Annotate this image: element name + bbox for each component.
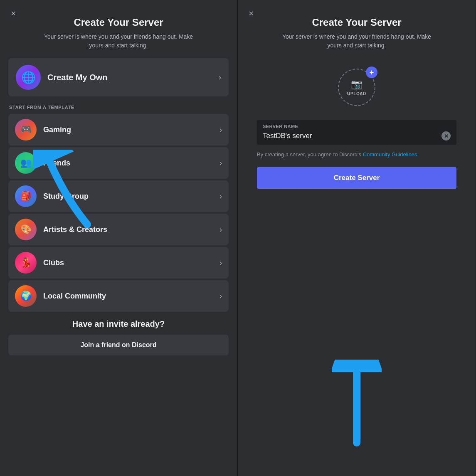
server-name-field[interactable] bbox=[263, 132, 441, 140]
create-own-button[interactable]: 🌐 Create My Own › bbox=[8, 58, 229, 96]
clubs-icon: 💃 bbox=[15, 252, 37, 274]
close-button-left[interactable]: × bbox=[7, 7, 19, 19]
create-own-label: Create My Own bbox=[47, 73, 215, 82]
local-label: Local Community bbox=[43, 292, 216, 301]
template-artists[interactable]: 🎨 Artists & Creators › bbox=[8, 214, 229, 245]
right-panel: × Create Your Server Your server is wher… bbox=[238, 0, 476, 476]
server-name-row: ✕ bbox=[263, 131, 451, 141]
template-gaming[interactable]: 🎮 Gaming › bbox=[8, 114, 229, 146]
local-chevron: › bbox=[220, 292, 222, 301]
close-button-right[interactable]: × bbox=[245, 7, 257, 19]
artists-label: Artists & Creators bbox=[43, 225, 216, 234]
right-title: Create Your Server bbox=[312, 17, 401, 28]
study-chevron: › bbox=[220, 192, 222, 201]
template-clubs[interactable]: 💃 Clubs › bbox=[8, 247, 229, 279]
have-invite-text: Have an invite already? bbox=[72, 319, 165, 329]
gaming-icon: 🎮 bbox=[15, 119, 37, 141]
camera-icon: 📷 bbox=[351, 79, 363, 90]
agreement-text: By creating a server, you agree to Disco… bbox=[257, 150, 456, 159]
clubs-label: Clubs bbox=[43, 259, 216, 267]
template-local[interactable]: 🌍 Local Community › bbox=[8, 280, 229, 312]
template-section-label: START FROM A TEMPLATE bbox=[8, 105, 229, 110]
study-icon: 🎒 bbox=[15, 185, 37, 207]
left-title: Create Your Server bbox=[74, 17, 163, 28]
create-own-chevron: › bbox=[219, 73, 221, 82]
template-study[interactable]: 🎒 Study Group › bbox=[8, 180, 229, 212]
friends-label: Friends bbox=[43, 159, 216, 168]
server-name-input-group: Server Name ✕ bbox=[257, 120, 456, 145]
create-own-icon: 🌐 bbox=[16, 65, 41, 90]
gaming-label: Gaming bbox=[43, 126, 216, 134]
friends-chevron: › bbox=[220, 159, 222, 168]
left-panel: × Create Your Server Your server is wher… bbox=[0, 0, 238, 476]
gaming-chevron: › bbox=[220, 126, 222, 134]
template-friends[interactable]: 👥 Friends › bbox=[8, 147, 229, 179]
artists-chevron: › bbox=[220, 225, 222, 234]
create-server-button[interactable]: Create Server bbox=[257, 167, 456, 189]
template-list: 🎮 Gaming › 👥 Friends › 🎒 Study Group › 🎨… bbox=[8, 114, 229, 312]
clubs-chevron: › bbox=[220, 259, 222, 267]
clear-button[interactable]: ✕ bbox=[441, 131, 451, 141]
join-discord-button[interactable]: Join a friend on Discord bbox=[8, 335, 229, 355]
study-label: Study Group bbox=[43, 192, 216, 201]
local-icon: 🌍 bbox=[15, 285, 37, 307]
artists-icon: 🎨 bbox=[15, 219, 37, 240]
upload-label: UPLOAD bbox=[347, 91, 366, 96]
friends-icon: 👥 bbox=[15, 152, 37, 174]
community-guidelines-link[interactable]: Community Guidelines bbox=[363, 151, 417, 158]
server-name-label: Server Name bbox=[263, 124, 451, 129]
right-arrow-indicator bbox=[332, 360, 382, 451]
upload-area[interactable]: 📷 UPLOAD + bbox=[336, 67, 377, 108]
left-subtitle: Your server is where you and your friend… bbox=[39, 32, 197, 50]
right-subtitle: Your server is where you and your friend… bbox=[278, 32, 436, 50]
upload-plus-button[interactable]: + bbox=[366, 67, 377, 78]
